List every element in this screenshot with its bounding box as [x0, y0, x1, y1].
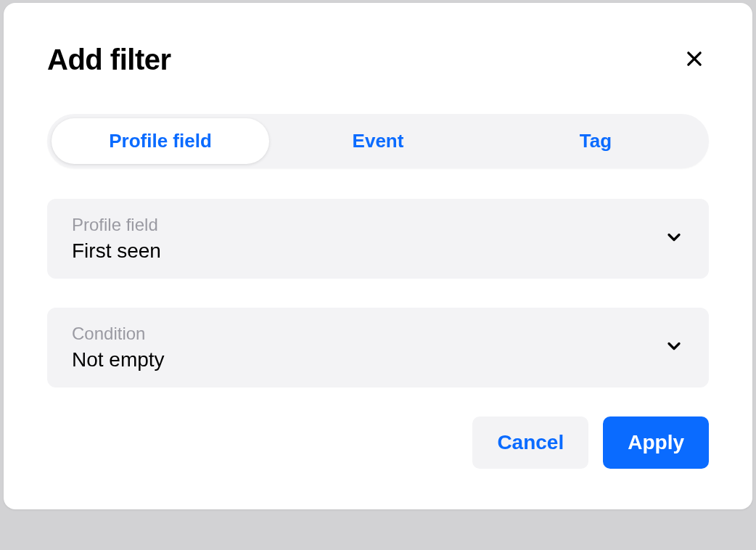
- apply-button[interactable]: Apply: [603, 416, 709, 469]
- modal-footer: Cancel Apply: [47, 416, 709, 469]
- chevron-down-icon: [664, 227, 684, 250]
- profile-field-select[interactable]: Profile field First seen: [47, 199, 709, 279]
- tab-tag[interactable]: Tag: [487, 118, 704, 164]
- select-text: Profile field First seen: [72, 215, 161, 263]
- select-text: Condition Not empty: [72, 324, 165, 372]
- tab-event[interactable]: Event: [269, 118, 487, 164]
- chevron-down-icon: [664, 336, 684, 359]
- modal-header: Add filter: [47, 44, 709, 76]
- condition-value: Not empty: [72, 348, 165, 372]
- add-filter-modal: Add filter Profile field Event Tag Profi…: [4, 3, 752, 509]
- condition-label: Condition: [72, 324, 165, 344]
- filter-type-tabs: Profile field Event Tag: [47, 114, 709, 168]
- close-button[interactable]: [680, 44, 709, 75]
- profile-field-value: First seen: [72, 239, 161, 263]
- condition-select[interactable]: Condition Not empty: [47, 308, 709, 387]
- tab-profile-field[interactable]: Profile field: [52, 118, 269, 164]
- profile-field-label: Profile field: [72, 215, 161, 235]
- close-icon: [684, 49, 704, 71]
- cancel-button[interactable]: Cancel: [472, 416, 588, 469]
- modal-title: Add filter: [47, 44, 171, 76]
